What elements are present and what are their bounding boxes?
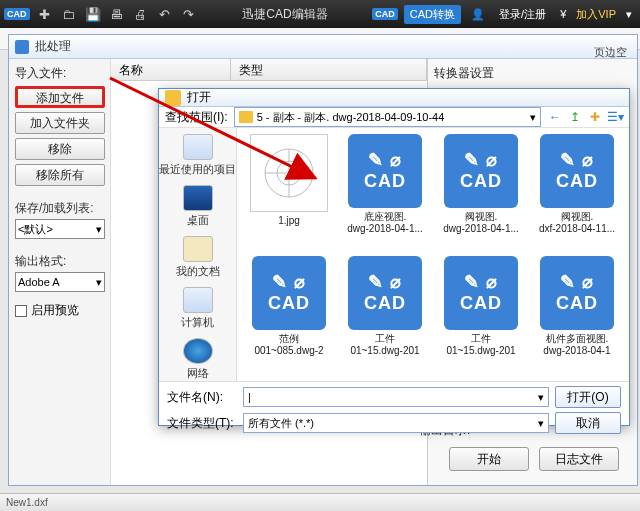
start-button[interactable]: 开始 — [449, 447, 529, 471]
remove-all-button[interactable]: 移除所有 — [15, 164, 105, 186]
open-icon[interactable]: 🗀 — [60, 5, 78, 23]
filetype-combo[interactable]: 所有文件 (*.*)▾ — [243, 413, 549, 433]
col-name[interactable]: 名称 — [111, 59, 231, 80]
new-icon[interactable]: ✚ — [36, 5, 54, 23]
folder-icon — [165, 90, 181, 106]
file-item[interactable]: ✎ ⌀CAD 底座视图.dwg-2018-04-1... — [339, 134, 431, 252]
app-title: 迅捷CAD编辑器 — [204, 6, 367, 23]
app-logo2: CAD — [372, 8, 398, 20]
place-network[interactable]: 网络 — [183, 338, 213, 381]
views-icon[interactable]: ☰▾ — [607, 109, 623, 125]
remove-button[interactable]: 移除 — [15, 138, 105, 160]
file-item[interactable]: ✎ ⌀CAD 范例001~085.dwg-2 — [243, 256, 335, 374]
file-item[interactable]: 1.jpg — [243, 134, 335, 252]
checkbox-icon — [15, 305, 27, 317]
status-file: New1.dxf — [6, 497, 48, 508]
save-list-label: 保存/加载列表: — [15, 200, 104, 217]
open-dialog: 打开 查找范围(I): 5 - 副本 - 副本. dwg-2018-04-09-… — [158, 88, 630, 426]
back-icon[interactable]: ← — [547, 109, 563, 125]
log-button[interactable]: 日志文件 — [539, 447, 619, 471]
place-desktop[interactable]: 桌面 — [183, 185, 213, 228]
cad-icon: ✎ ⌀CAD — [540, 134, 614, 208]
open-button[interactable]: 打开(O) — [555, 386, 621, 408]
app-logo: CAD — [4, 8, 30, 20]
lookin-combo[interactable]: 5 - 副本 - 副本. dwg-2018-04-09-10-44 ▾ — [234, 107, 541, 127]
file-item[interactable]: ✎ ⌀CAD 阀视图.dxf-2018-04-11... — [531, 134, 623, 252]
file-grid: 1.jpg✎ ⌀CAD 底座视图.dwg-2018-04-1...✎ ⌀CAD … — [237, 128, 629, 381]
file-item[interactable]: ✎ ⌀CAD 工件01~15.dwg-201 — [435, 256, 527, 374]
import-label: 导入文件: — [15, 65, 104, 82]
filename-label: 文件名(N): — [167, 389, 237, 406]
cad-icon: ✎ ⌀CAD — [348, 134, 422, 208]
undo-icon[interactable]: ↶ — [156, 5, 174, 23]
batch-left-panel: 导入文件: 添加文件 加入文件夹 移除 移除所有 保存/加载列表: <默认>▾ … — [9, 59, 111, 485]
file-item[interactable]: ✎ ⌀CAD 工件01~15.dwg-201 — [339, 256, 431, 374]
chevron-icon[interactable]: ▾ — [622, 8, 636, 21]
place-recent[interactable]: 最近使用的项目 — [159, 134, 236, 177]
place-computer[interactable]: 计算机 — [181, 287, 214, 330]
add-file-button[interactable]: 添加文件 — [15, 86, 105, 108]
yen-icon[interactable]: ¥ — [556, 8, 570, 20]
batch-title-text: 批处理 — [35, 38, 71, 55]
redo-icon[interactable]: ↷ — [180, 5, 198, 23]
convert-button[interactable]: CAD转换 — [404, 5, 461, 24]
output-format-label: 输出格式: — [15, 253, 104, 270]
filename-input[interactable]: |▾ — [243, 387, 549, 407]
cad-icon: ✎ ⌀CAD — [540, 256, 614, 330]
list-header: 名称 类型 — [111, 59, 427, 81]
newfolder-icon[interactable]: ✚ — [587, 109, 603, 125]
batch-titlebar: 批处理 — [9, 35, 637, 59]
chevron-down-icon: ▾ — [96, 276, 102, 289]
saveas-icon[interactable]: 🖶 — [108, 5, 126, 23]
save-icon[interactable]: 💾 — [84, 5, 102, 23]
file-item[interactable]: ✎ ⌀CAD 阀视图.dwg-2018-04-1... — [435, 134, 527, 252]
cad-icon: ✎ ⌀CAD — [444, 256, 518, 330]
cancel-button[interactable]: 取消 — [555, 412, 621, 434]
batch-icon — [15, 40, 29, 54]
lookin-label: 查找范围(I): — [165, 109, 228, 126]
places-bar: 最近使用的项目 桌面 我的文档 计算机 网络 — [159, 128, 237, 381]
folder-icon — [239, 111, 253, 123]
filetype-label: 文件类型(T): — [167, 415, 237, 432]
open-dialog-titlebar: 打开 — [159, 89, 629, 107]
up-icon[interactable]: ↥ — [567, 109, 583, 125]
vip-link[interactable]: 加入VIP — [576, 7, 616, 22]
output-format-dropdown[interactable]: Adobe A▾ — [15, 272, 105, 292]
add-folder-button[interactable]: 加入文件夹 — [15, 112, 105, 134]
open-dialog-title: 打开 — [187, 89, 211, 106]
place-mydocs[interactable]: 我的文档 — [176, 236, 220, 279]
user-icon[interactable]: 👤 — [467, 8, 489, 21]
save-list-dropdown[interactable]: <默认>▾ — [15, 219, 105, 239]
print-icon[interactable]: 🖨 — [132, 5, 150, 23]
app-topbar: CAD ✚ 🗀 💾 🖶 🖨 ↶ ↷ 迅捷CAD编辑器 CAD CAD转换 👤 登… — [0, 0, 640, 28]
chevron-down-icon: ▾ — [530, 111, 536, 124]
chevron-down-icon: ▾ — [96, 223, 102, 236]
cad-icon: ✎ ⌀CAD — [444, 134, 518, 208]
enable-preview-checkbox[interactable]: 启用预览 — [15, 302, 104, 319]
cad-icon: ✎ ⌀CAD — [252, 256, 326, 330]
jpg-thumb — [250, 134, 328, 212]
page-margin-label: 页边空 — [594, 45, 627, 60]
converter-group-label: 转换器设置 — [434, 65, 631, 82]
text-cursor: | — [248, 391, 251, 403]
login-link[interactable]: 登录/注册 — [495, 7, 550, 22]
status-bar: New1.dxf — [0, 493, 640, 511]
col-type[interactable]: 类型 — [231, 59, 427, 80]
file-item[interactable]: ✎ ⌀CAD 机件多面视图.dwg-2018-04-1 — [531, 256, 623, 374]
cad-icon: ✎ ⌀CAD — [348, 256, 422, 330]
